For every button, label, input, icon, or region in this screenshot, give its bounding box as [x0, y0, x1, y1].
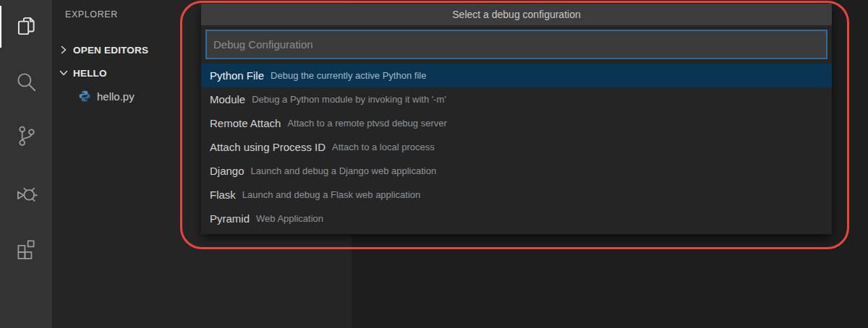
quick-pick-list: Python File Debug the currently active P…: [201, 59, 832, 234]
quick-pick-input[interactable]: [205, 30, 827, 59]
quick-pick-item[interactable]: Attach using Process ID Attach to a loca…: [201, 135, 832, 159]
item-description: Debug a Python module by invoking it wit…: [252, 94, 446, 105]
item-label: Attach using Process ID: [210, 141, 326, 153]
item-label: Module: [210, 93, 245, 105]
quick-pick: Select a debug configuration Python File…: [201, 4, 832, 234]
extensions-icon: [14, 236, 38, 260]
item-label: Django: [210, 165, 244, 177]
vscode-window: EXPLORER OPEN EDITORS HELLO hello.py Sel…: [0, 0, 868, 328]
item-description: Attach to a remote ptvsd debug server: [287, 118, 446, 129]
item-description: Launch and debug a Django web applicatio…: [251, 165, 437, 176]
quick-pick-item[interactable]: Python File Debug the currently active P…: [201, 64, 832, 87]
section-label: HELLO: [73, 68, 107, 79]
activity-bar-item-source-control[interactable]: [0, 110, 52, 162]
quick-pick-item[interactable]: Pyramid Web Application: [201, 207, 832, 230]
quick-pick-title: Select a debug configuration: [201, 4, 832, 25]
item-label: Remote Attach: [210, 117, 281, 129]
search-icon: [14, 69, 38, 94]
activity-bar-item-explorer[interactable]: [0, 0, 52, 52]
activity-bar-item-search[interactable]: [0, 56, 52, 108]
chevron-down-icon: [58, 67, 69, 79]
activity-bar: [0, 0, 52, 328]
item-description: Attach to a local process: [332, 142, 435, 152]
quick-pick-input-wrapper: [201, 25, 832, 59]
activity-bar-item-run-debug[interactable]: [0, 166, 52, 218]
item-description: Launch and debug a Flask web application: [242, 189, 420, 200]
quick-pick-item[interactable]: Flask Launch and debug a Flask web appli…: [201, 183, 832, 207]
quick-pick-item[interactable]: Django Launch and debug a Django web app…: [201, 159, 832, 183]
activity-bar-item-extensions[interactable]: [0, 222, 52, 274]
item-label: Pyramid: [210, 212, 250, 225]
item-description: Debug the currently active Python file: [271, 70, 426, 81]
chevron-right-icon: [58, 44, 69, 56]
debug-icon: [14, 180, 38, 204]
files-icon: [14, 14, 38, 38]
file-name: hello.py: [97, 90, 135, 103]
item-label: Flask: [210, 189, 236, 201]
quick-pick-item[interactable]: Remote Attach Attach to a remote ptvsd d…: [201, 111, 832, 135]
quick-pick-item[interactable]: Module Debug a Python module by invoking…: [201, 87, 832, 111]
sidebar-title: EXPLORER: [65, 9, 118, 20]
item-description: Web Application: [256, 213, 323, 224]
item-label: Python File: [210, 69, 264, 82]
section-label: OPEN EDITORS: [73, 45, 148, 56]
source-control-icon: [14, 124, 38, 148]
python-icon: [78, 90, 91, 103]
